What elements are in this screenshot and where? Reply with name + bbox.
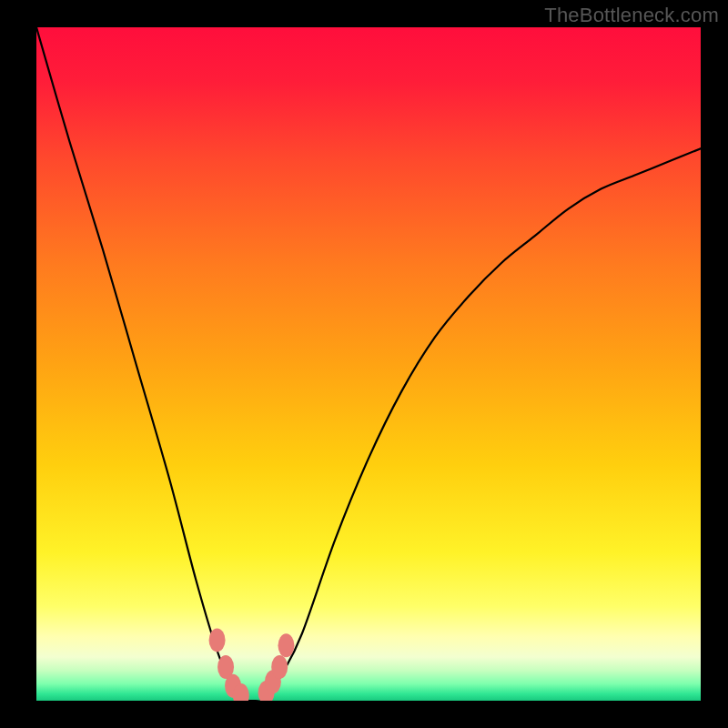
- curve-marker: [271, 655, 288, 679]
- attribution-label: TheBottleneck.com: [544, 4, 719, 27]
- chart-frame: TheBottleneck.com: [0, 0, 728, 728]
- bottleneck-chart: [36, 27, 701, 701]
- curve-marker: [278, 633, 294, 657]
- plot-area: [36, 27, 701, 701]
- curve-marker: [209, 628, 226, 652]
